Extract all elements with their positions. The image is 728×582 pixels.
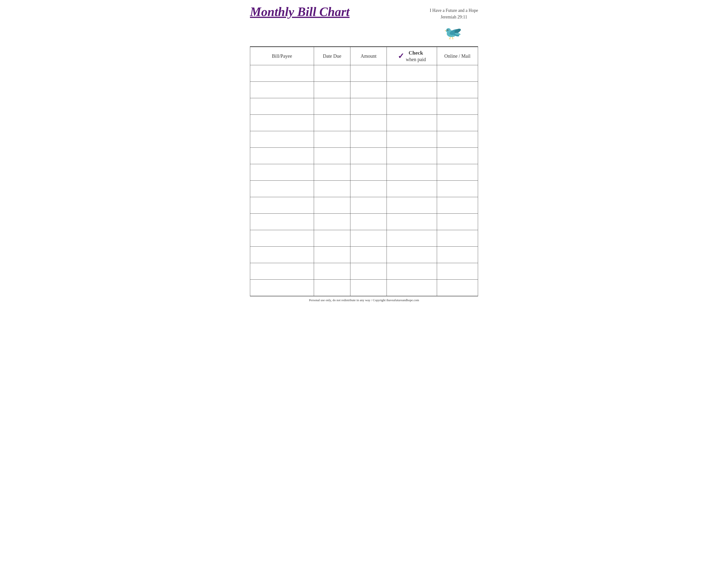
table-cell[interactable]	[250, 82, 314, 98]
table-cell[interactable]	[250, 247, 314, 263]
table-cell[interactable]	[350, 164, 387, 181]
table-cell[interactable]	[387, 65, 437, 82]
table-cell[interactable]	[250, 131, 314, 148]
table-row	[250, 164, 478, 181]
table-cell[interactable]	[250, 280, 314, 296]
table-cell[interactable]	[350, 148, 387, 164]
bird-icon	[443, 23, 465, 41]
table-cell[interactable]	[437, 65, 478, 82]
svg-line-14	[453, 38, 453, 39]
table-cell[interactable]	[437, 131, 478, 148]
table-cell[interactable]	[314, 197, 350, 214]
table-cell[interactable]	[350, 82, 387, 98]
table-cell[interactable]	[437, 280, 478, 296]
table-cell[interactable]	[250, 164, 314, 181]
table-row	[250, 181, 478, 197]
table-cell[interactable]	[314, 230, 350, 247]
table-row	[250, 65, 478, 82]
table-cell[interactable]	[314, 214, 350, 230]
table-cell[interactable]	[350, 230, 387, 247]
table-cell[interactable]	[350, 247, 387, 263]
table-cell[interactable]	[314, 115, 350, 131]
table-cell[interactable]	[250, 65, 314, 82]
table-cell[interactable]	[437, 230, 478, 247]
table-cell[interactable]	[314, 247, 350, 263]
table-cell[interactable]	[314, 181, 350, 197]
bill-chart-table: Bill/Payee Date Due Amount ✓ Check when …	[250, 47, 478, 296]
table-cell[interactable]	[387, 280, 437, 296]
table-row	[250, 280, 478, 296]
header-right: I Have a Future and a Hope Jeremiah 29:1…	[430, 7, 478, 41]
title-area: Monthly Bill Chart	[250, 5, 349, 19]
table-cell[interactable]	[314, 148, 350, 164]
col-header-date-due: Date Due	[314, 47, 350, 65]
svg-line-12	[450, 38, 450, 39]
table-cell[interactable]	[350, 115, 387, 131]
table-cell[interactable]	[437, 115, 478, 131]
page-header: Monthly Bill Chart I Have a Future and a…	[250, 5, 478, 43]
table-cell[interactable]	[350, 280, 387, 296]
table-cell[interactable]	[314, 280, 350, 296]
table-cell[interactable]	[387, 263, 437, 280]
table-cell[interactable]	[387, 98, 437, 115]
check-line1: Check	[409, 50, 423, 56]
table-cell[interactable]	[250, 181, 314, 197]
table-cell[interactable]	[350, 65, 387, 82]
table-cell[interactable]	[387, 230, 437, 247]
svg-line-9	[450, 37, 450, 38]
table-cell[interactable]	[314, 65, 350, 82]
table-cell[interactable]	[437, 197, 478, 214]
table-cell[interactable]	[437, 164, 478, 181]
table-cell[interactable]	[437, 263, 478, 280]
table-cell[interactable]	[387, 115, 437, 131]
table-cell[interactable]	[250, 148, 314, 164]
table-cell[interactable]	[350, 197, 387, 214]
table-cell[interactable]	[387, 181, 437, 197]
table-cell[interactable]	[314, 164, 350, 181]
table-cell[interactable]	[437, 98, 478, 115]
table-cell[interactable]	[437, 82, 478, 98]
table-cell[interactable]	[387, 164, 437, 181]
table-cell[interactable]	[314, 131, 350, 148]
col-header-check-when-paid: ✓ Check when paid	[387, 47, 437, 65]
table-cell[interactable]	[250, 230, 314, 247]
table-row	[250, 82, 478, 98]
svg-point-4	[447, 30, 448, 30]
table-row	[250, 230, 478, 247]
table-cell[interactable]	[250, 263, 314, 280]
table-row	[250, 197, 478, 214]
table-row	[250, 214, 478, 230]
table-cell[interactable]	[250, 115, 314, 131]
table-cell[interactable]	[437, 214, 478, 230]
table-cell[interactable]	[250, 214, 314, 230]
table-cell[interactable]	[387, 148, 437, 164]
col-header-online-mail: Online / Mail	[437, 47, 478, 65]
checkmark-icon: ✓	[398, 52, 404, 60]
table-cell[interactable]	[350, 131, 387, 148]
table-cell[interactable]	[387, 247, 437, 263]
table-cell[interactable]	[387, 131, 437, 148]
table-cell[interactable]	[350, 214, 387, 230]
table-cell[interactable]	[437, 181, 478, 197]
table-cell[interactable]	[314, 82, 350, 98]
table-row	[250, 115, 478, 131]
table-cell[interactable]	[437, 247, 478, 263]
table-cell[interactable]	[350, 263, 387, 280]
table-body	[250, 65, 478, 296]
table-cell[interactable]	[314, 263, 350, 280]
page-footer: Personal use only, do not redistribute i…	[250, 296, 478, 303]
table-row	[250, 131, 478, 148]
footer-text: Personal use only, do not redistribute i…	[309, 298, 419, 302]
check-header-content: ✓ Check when paid	[387, 50, 437, 63]
table-cell[interactable]	[437, 148, 478, 164]
table-cell[interactable]	[250, 98, 314, 115]
table-cell[interactable]	[387, 197, 437, 214]
table-cell[interactable]	[387, 214, 437, 230]
table-cell[interactable]	[350, 98, 387, 115]
table-cell[interactable]	[350, 181, 387, 197]
table-cell[interactable]	[314, 98, 350, 115]
table-cell[interactable]	[250, 197, 314, 214]
table-cell[interactable]	[387, 82, 437, 98]
table-row	[250, 148, 478, 164]
table-row	[250, 263, 478, 280]
